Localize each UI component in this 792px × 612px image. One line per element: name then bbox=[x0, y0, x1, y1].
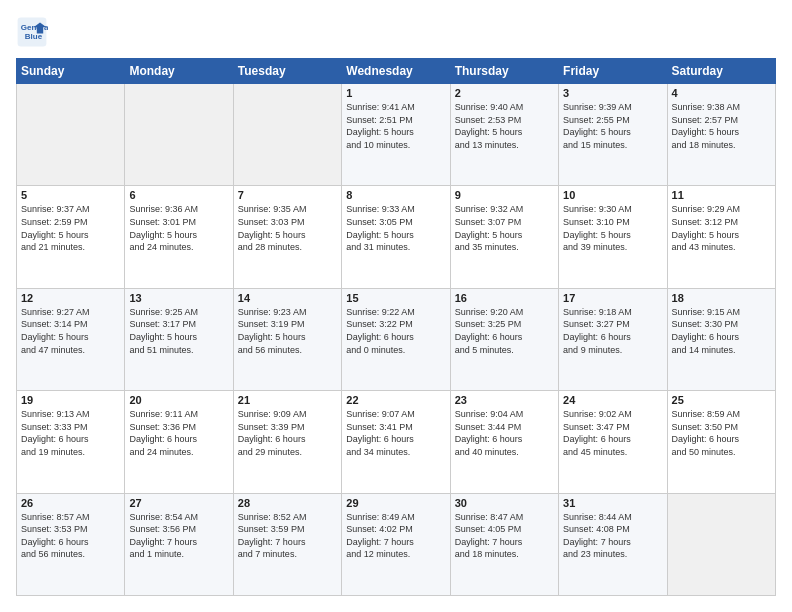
calendar-cell: 27Sunrise: 8:54 AM Sunset: 3:56 PM Dayli… bbox=[125, 493, 233, 595]
weekday-header-monday: Monday bbox=[125, 59, 233, 84]
day-info: Sunrise: 9:38 AM Sunset: 2:57 PM Dayligh… bbox=[672, 101, 771, 151]
calendar-cell: 14Sunrise: 9:23 AM Sunset: 3:19 PM Dayli… bbox=[233, 288, 341, 390]
weekday-header-friday: Friday bbox=[559, 59, 667, 84]
day-info: Sunrise: 8:59 AM Sunset: 3:50 PM Dayligh… bbox=[672, 408, 771, 458]
calendar-cell: 22Sunrise: 9:07 AM Sunset: 3:41 PM Dayli… bbox=[342, 391, 450, 493]
calendar-cell: 30Sunrise: 8:47 AM Sunset: 4:05 PM Dayli… bbox=[450, 493, 558, 595]
calendar-cell: 3Sunrise: 9:39 AM Sunset: 2:55 PM Daylig… bbox=[559, 84, 667, 186]
calendar-week-row: 19Sunrise: 9:13 AM Sunset: 3:33 PM Dayli… bbox=[17, 391, 776, 493]
day-info: Sunrise: 9:02 AM Sunset: 3:47 PM Dayligh… bbox=[563, 408, 662, 458]
calendar-week-row: 26Sunrise: 8:57 AM Sunset: 3:53 PM Dayli… bbox=[17, 493, 776, 595]
weekday-header-tuesday: Tuesday bbox=[233, 59, 341, 84]
calendar-cell: 7Sunrise: 9:35 AM Sunset: 3:03 PM Daylig… bbox=[233, 186, 341, 288]
day-number: 14 bbox=[238, 292, 337, 304]
day-number: 5 bbox=[21, 189, 120, 201]
day-number: 28 bbox=[238, 497, 337, 509]
day-info: Sunrise: 8:47 AM Sunset: 4:05 PM Dayligh… bbox=[455, 511, 554, 561]
calendar-cell: 11Sunrise: 9:29 AM Sunset: 3:12 PM Dayli… bbox=[667, 186, 775, 288]
day-number: 21 bbox=[238, 394, 337, 406]
calendar-cell bbox=[667, 493, 775, 595]
calendar-cell bbox=[125, 84, 233, 186]
day-number: 10 bbox=[563, 189, 662, 201]
weekday-header-wednesday: Wednesday bbox=[342, 59, 450, 84]
day-number: 11 bbox=[672, 189, 771, 201]
calendar-cell: 15Sunrise: 9:22 AM Sunset: 3:22 PM Dayli… bbox=[342, 288, 450, 390]
day-number: 24 bbox=[563, 394, 662, 406]
day-number: 4 bbox=[672, 87, 771, 99]
day-info: Sunrise: 9:27 AM Sunset: 3:14 PM Dayligh… bbox=[21, 306, 120, 356]
calendar-cell bbox=[17, 84, 125, 186]
calendar-cell: 31Sunrise: 8:44 AM Sunset: 4:08 PM Dayli… bbox=[559, 493, 667, 595]
day-info: Sunrise: 9:07 AM Sunset: 3:41 PM Dayligh… bbox=[346, 408, 445, 458]
day-number: 23 bbox=[455, 394, 554, 406]
day-number: 31 bbox=[563, 497, 662, 509]
calendar-cell: 4Sunrise: 9:38 AM Sunset: 2:57 PM Daylig… bbox=[667, 84, 775, 186]
day-number: 3 bbox=[563, 87, 662, 99]
day-info: Sunrise: 9:40 AM Sunset: 2:53 PM Dayligh… bbox=[455, 101, 554, 151]
day-info: Sunrise: 8:54 AM Sunset: 3:56 PM Dayligh… bbox=[129, 511, 228, 561]
day-info: Sunrise: 9:35 AM Sunset: 3:03 PM Dayligh… bbox=[238, 203, 337, 253]
day-info: Sunrise: 9:22 AM Sunset: 3:22 PM Dayligh… bbox=[346, 306, 445, 356]
calendar-cell: 8Sunrise: 9:33 AM Sunset: 3:05 PM Daylig… bbox=[342, 186, 450, 288]
day-number: 8 bbox=[346, 189, 445, 201]
day-number: 27 bbox=[129, 497, 228, 509]
day-info: Sunrise: 8:52 AM Sunset: 3:59 PM Dayligh… bbox=[238, 511, 337, 561]
calendar-week-row: 1Sunrise: 9:41 AM Sunset: 2:51 PM Daylig… bbox=[17, 84, 776, 186]
calendar-cell: 21Sunrise: 9:09 AM Sunset: 3:39 PM Dayli… bbox=[233, 391, 341, 493]
calendar-cell: 9Sunrise: 9:32 AM Sunset: 3:07 PM Daylig… bbox=[450, 186, 558, 288]
day-number: 25 bbox=[672, 394, 771, 406]
calendar-week-row: 5Sunrise: 9:37 AM Sunset: 2:59 PM Daylig… bbox=[17, 186, 776, 288]
calendar-cell: 25Sunrise: 8:59 AM Sunset: 3:50 PM Dayli… bbox=[667, 391, 775, 493]
calendar-cell: 12Sunrise: 9:27 AM Sunset: 3:14 PM Dayli… bbox=[17, 288, 125, 390]
svg-text:General: General bbox=[21, 23, 48, 32]
calendar-cell: 2Sunrise: 9:40 AM Sunset: 2:53 PM Daylig… bbox=[450, 84, 558, 186]
day-number: 16 bbox=[455, 292, 554, 304]
calendar-cell: 17Sunrise: 9:18 AM Sunset: 3:27 PM Dayli… bbox=[559, 288, 667, 390]
day-number: 1 bbox=[346, 87, 445, 99]
day-number: 15 bbox=[346, 292, 445, 304]
calendar-cell bbox=[233, 84, 341, 186]
day-info: Sunrise: 8:49 AM Sunset: 4:02 PM Dayligh… bbox=[346, 511, 445, 561]
calendar-cell: 6Sunrise: 9:36 AM Sunset: 3:01 PM Daylig… bbox=[125, 186, 233, 288]
day-info: Sunrise: 9:32 AM Sunset: 3:07 PM Dayligh… bbox=[455, 203, 554, 253]
day-info: Sunrise: 9:13 AM Sunset: 3:33 PM Dayligh… bbox=[21, 408, 120, 458]
calendar-cell: 24Sunrise: 9:02 AM Sunset: 3:47 PM Dayli… bbox=[559, 391, 667, 493]
day-number: 9 bbox=[455, 189, 554, 201]
logo: General Blue bbox=[16, 16, 52, 48]
day-number: 6 bbox=[129, 189, 228, 201]
weekday-header-thursday: Thursday bbox=[450, 59, 558, 84]
logo-icon: General Blue bbox=[16, 16, 48, 48]
calendar-cell: 28Sunrise: 8:52 AM Sunset: 3:59 PM Dayli… bbox=[233, 493, 341, 595]
day-number: 30 bbox=[455, 497, 554, 509]
day-info: Sunrise: 8:57 AM Sunset: 3:53 PM Dayligh… bbox=[21, 511, 120, 561]
day-number: 18 bbox=[672, 292, 771, 304]
weekday-header-row: SundayMondayTuesdayWednesdayThursdayFrid… bbox=[17, 59, 776, 84]
calendar-cell: 23Sunrise: 9:04 AM Sunset: 3:44 PM Dayli… bbox=[450, 391, 558, 493]
day-info: Sunrise: 9:37 AM Sunset: 2:59 PM Dayligh… bbox=[21, 203, 120, 253]
calendar-cell: 20Sunrise: 9:11 AM Sunset: 3:36 PM Dayli… bbox=[125, 391, 233, 493]
page-header: General Blue bbox=[16, 16, 776, 48]
calendar-cell: 26Sunrise: 8:57 AM Sunset: 3:53 PM Dayli… bbox=[17, 493, 125, 595]
calendar-cell: 29Sunrise: 8:49 AM Sunset: 4:02 PM Dayli… bbox=[342, 493, 450, 595]
day-info: Sunrise: 9:18 AM Sunset: 3:27 PM Dayligh… bbox=[563, 306, 662, 356]
day-number: 20 bbox=[129, 394, 228, 406]
calendar-cell: 1Sunrise: 9:41 AM Sunset: 2:51 PM Daylig… bbox=[342, 84, 450, 186]
day-info: Sunrise: 9:15 AM Sunset: 3:30 PM Dayligh… bbox=[672, 306, 771, 356]
day-info: Sunrise: 9:11 AM Sunset: 3:36 PM Dayligh… bbox=[129, 408, 228, 458]
calendar-cell: 5Sunrise: 9:37 AM Sunset: 2:59 PM Daylig… bbox=[17, 186, 125, 288]
day-number: 7 bbox=[238, 189, 337, 201]
day-number: 29 bbox=[346, 497, 445, 509]
day-info: Sunrise: 9:33 AM Sunset: 3:05 PM Dayligh… bbox=[346, 203, 445, 253]
day-number: 17 bbox=[563, 292, 662, 304]
calendar-cell: 19Sunrise: 9:13 AM Sunset: 3:33 PM Dayli… bbox=[17, 391, 125, 493]
day-number: 2 bbox=[455, 87, 554, 99]
day-info: Sunrise: 9:25 AM Sunset: 3:17 PM Dayligh… bbox=[129, 306, 228, 356]
day-info: Sunrise: 9:20 AM Sunset: 3:25 PM Dayligh… bbox=[455, 306, 554, 356]
day-number: 26 bbox=[21, 497, 120, 509]
weekday-header-sunday: Sunday bbox=[17, 59, 125, 84]
calendar-table: SundayMondayTuesdayWednesdayThursdayFrid… bbox=[16, 58, 776, 596]
day-info: Sunrise: 9:09 AM Sunset: 3:39 PM Dayligh… bbox=[238, 408, 337, 458]
day-number: 13 bbox=[129, 292, 228, 304]
calendar-week-row: 12Sunrise: 9:27 AM Sunset: 3:14 PM Dayli… bbox=[17, 288, 776, 390]
day-info: Sunrise: 9:23 AM Sunset: 3:19 PM Dayligh… bbox=[238, 306, 337, 356]
